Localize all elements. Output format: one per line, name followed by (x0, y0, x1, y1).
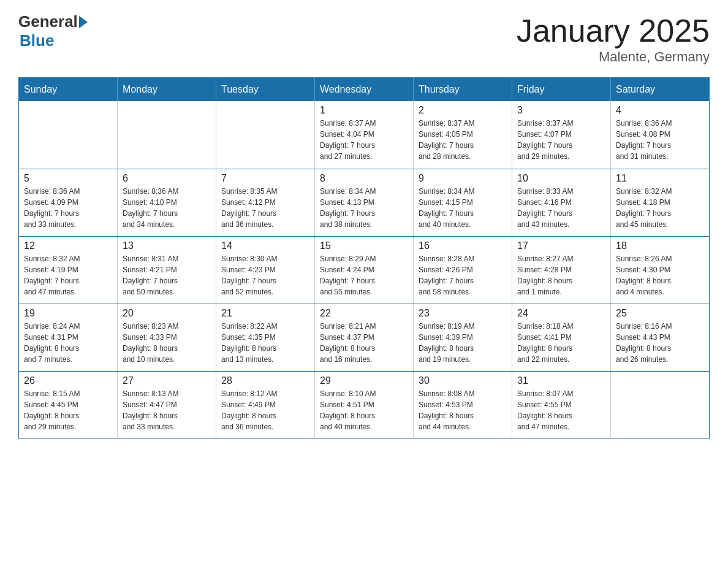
day-info: Sunrise: 8:23 AM Sunset: 4:33 PM Dayligh… (123, 321, 211, 365)
day-number: 18 (616, 240, 704, 251)
day-info: Sunrise: 8:33 AM Sunset: 4:16 PM Dayligh… (517, 186, 605, 230)
calendar-cell: 8Sunrise: 8:34 AM Sunset: 4:13 PM Daylig… (315, 169, 414, 236)
calendar-cell: 20Sunrise: 8:23 AM Sunset: 4:33 PM Dayli… (118, 304, 216, 371)
day-info: Sunrise: 8:24 AM Sunset: 4:31 PM Dayligh… (24, 321, 112, 365)
calendar-cell: 18Sunrise: 8:26 AM Sunset: 4:30 PM Dayli… (611, 236, 710, 304)
weekday-header-row: SundayMondayTuesdayWednesdayThursdayFrid… (19, 78, 710, 102)
logo-blue-text: Blue (20, 31, 54, 50)
day-info: Sunrise: 8:16 AM Sunset: 4:43 PM Dayligh… (616, 321, 704, 365)
day-info: Sunrise: 8:28 AM Sunset: 4:26 PM Dayligh… (419, 253, 507, 297)
day-number: 8 (320, 173, 408, 184)
calendar-cell: 15Sunrise: 8:29 AM Sunset: 4:24 PM Dayli… (315, 236, 414, 304)
day-number: 23 (419, 308, 507, 319)
day-info: Sunrise: 8:36 AM Sunset: 4:10 PM Dayligh… (123, 186, 211, 230)
day-info: Sunrise: 8:36 AM Sunset: 4:08 PM Dayligh… (616, 118, 704, 162)
day-number: 9 (419, 173, 507, 184)
day-number: 28 (221, 375, 309, 386)
day-info: Sunrise: 8:27 AM Sunset: 4:28 PM Dayligh… (517, 253, 605, 297)
calendar-cell: 5Sunrise: 8:36 AM Sunset: 4:09 PM Daylig… (19, 169, 118, 236)
day-info: Sunrise: 8:37 AM Sunset: 4:04 PM Dayligh… (320, 118, 408, 162)
logo: General Blue (18, 12, 88, 50)
calendar-cell: 14Sunrise: 8:30 AM Sunset: 4:23 PM Dayli… (216, 236, 315, 304)
day-number: 1 (320, 105, 408, 116)
day-info: Sunrise: 8:29 AM Sunset: 4:24 PM Dayligh… (320, 253, 408, 297)
day-info: Sunrise: 8:34 AM Sunset: 4:13 PM Dayligh… (320, 186, 408, 230)
weekday-header-friday: Friday (512, 78, 611, 102)
day-number: 29 (320, 375, 408, 386)
calendar-table: SundayMondayTuesdayWednesdayThursdayFrid… (18, 77, 710, 439)
calendar-cell: 30Sunrise: 8:08 AM Sunset: 4:53 PM Dayli… (414, 371, 512, 439)
day-number: 14 (221, 240, 309, 251)
week-row-2: 5Sunrise: 8:36 AM Sunset: 4:09 PM Daylig… (19, 169, 710, 236)
day-number: 21 (221, 308, 309, 319)
day-number: 17 (517, 240, 605, 251)
calendar-cell: 31Sunrise: 8:07 AM Sunset: 4:55 PM Dayli… (512, 371, 611, 439)
calendar-cell (19, 101, 118, 169)
day-info: Sunrise: 8:10 AM Sunset: 4:51 PM Dayligh… (320, 388, 408, 432)
day-info: Sunrise: 8:36 AM Sunset: 4:09 PM Dayligh… (24, 186, 112, 230)
calendar-subtitle: Malente, Germany (517, 49, 710, 65)
day-info: Sunrise: 8:35 AM Sunset: 4:12 PM Dayligh… (221, 186, 309, 230)
day-number: 3 (517, 105, 605, 116)
logo-arrow-icon (79, 16, 88, 28)
calendar-cell: 26Sunrise: 8:15 AM Sunset: 4:45 PM Dayli… (19, 371, 118, 439)
day-number: 16 (419, 240, 507, 251)
day-info: Sunrise: 8:37 AM Sunset: 4:07 PM Dayligh… (517, 118, 605, 162)
day-number: 20 (123, 308, 211, 319)
week-row-1: 1Sunrise: 8:37 AM Sunset: 4:04 PM Daylig… (19, 101, 710, 169)
day-number: 2 (419, 105, 507, 116)
day-info: Sunrise: 8:21 AM Sunset: 4:37 PM Dayligh… (320, 321, 408, 365)
day-info: Sunrise: 8:30 AM Sunset: 4:23 PM Dayligh… (221, 253, 309, 297)
day-info: Sunrise: 8:34 AM Sunset: 4:15 PM Dayligh… (419, 186, 507, 230)
calendar-cell (216, 101, 315, 169)
day-number: 19 (24, 308, 112, 319)
calendar-cell: 24Sunrise: 8:18 AM Sunset: 4:41 PM Dayli… (512, 304, 611, 371)
day-number: 30 (419, 375, 507, 386)
day-number: 12 (24, 240, 112, 251)
calendar-cell: 2Sunrise: 8:37 AM Sunset: 4:05 PM Daylig… (414, 101, 512, 169)
header: General Blue January 2025 Malente, Germa… (18, 12, 710, 65)
day-info: Sunrise: 8:13 AM Sunset: 4:47 PM Dayligh… (123, 388, 211, 432)
day-number: 4 (616, 105, 704, 116)
day-info: Sunrise: 8:31 AM Sunset: 4:21 PM Dayligh… (123, 253, 211, 297)
day-number: 25 (616, 308, 704, 319)
day-info: Sunrise: 8:12 AM Sunset: 4:49 PM Dayligh… (221, 388, 309, 432)
day-info: Sunrise: 8:07 AM Sunset: 4:55 PM Dayligh… (517, 388, 605, 432)
calendar-cell: 19Sunrise: 8:24 AM Sunset: 4:31 PM Dayli… (19, 304, 118, 371)
calendar-cell (611, 371, 710, 439)
day-info: Sunrise: 8:08 AM Sunset: 4:53 PM Dayligh… (419, 388, 507, 432)
calendar-cell: 28Sunrise: 8:12 AM Sunset: 4:49 PM Dayli… (216, 371, 315, 439)
day-number: 5 (24, 173, 112, 184)
calendar-cell: 10Sunrise: 8:33 AM Sunset: 4:16 PM Dayli… (512, 169, 611, 236)
day-number: 26 (24, 375, 112, 386)
day-info: Sunrise: 8:32 AM Sunset: 4:18 PM Dayligh… (616, 186, 704, 230)
weekday-header-saturday: Saturday (611, 78, 710, 102)
day-info: Sunrise: 8:15 AM Sunset: 4:45 PM Dayligh… (24, 388, 112, 432)
calendar-cell: 16Sunrise: 8:28 AM Sunset: 4:26 PM Dayli… (414, 236, 512, 304)
calendar-cell: 12Sunrise: 8:32 AM Sunset: 4:19 PM Dayli… (19, 236, 118, 304)
week-row-5: 26Sunrise: 8:15 AM Sunset: 4:45 PM Dayli… (19, 371, 710, 439)
calendar-cell: 13Sunrise: 8:31 AM Sunset: 4:21 PM Dayli… (118, 236, 216, 304)
logo-general-text: General (18, 12, 78, 31)
calendar-cell: 11Sunrise: 8:32 AM Sunset: 4:18 PM Dayli… (611, 169, 710, 236)
calendar-cell: 23Sunrise: 8:19 AM Sunset: 4:39 PM Dayli… (414, 304, 512, 371)
day-number: 7 (221, 173, 309, 184)
day-number: 27 (123, 375, 211, 386)
calendar-cell: 6Sunrise: 8:36 AM Sunset: 4:10 PM Daylig… (118, 169, 216, 236)
weekday-header-monday: Monday (118, 78, 216, 102)
day-info: Sunrise: 8:37 AM Sunset: 4:05 PM Dayligh… (419, 118, 507, 162)
day-number: 10 (517, 173, 605, 184)
calendar-cell: 9Sunrise: 8:34 AM Sunset: 4:15 PM Daylig… (414, 169, 512, 236)
calendar-cell: 29Sunrise: 8:10 AM Sunset: 4:51 PM Dayli… (315, 371, 414, 439)
calendar-cell: 4Sunrise: 8:36 AM Sunset: 4:08 PM Daylig… (611, 101, 710, 169)
weekday-header-sunday: Sunday (19, 78, 118, 102)
calendar-title: January 2025 (517, 12, 710, 49)
day-number: 15 (320, 240, 408, 251)
calendar-cell: 7Sunrise: 8:35 AM Sunset: 4:12 PM Daylig… (216, 169, 315, 236)
day-info: Sunrise: 8:18 AM Sunset: 4:41 PM Dayligh… (517, 321, 605, 365)
calendar-cell: 22Sunrise: 8:21 AM Sunset: 4:37 PM Dayli… (315, 304, 414, 371)
calendar-cell: 25Sunrise: 8:16 AM Sunset: 4:43 PM Dayli… (611, 304, 710, 371)
weekday-header-wednesday: Wednesday (315, 78, 414, 102)
day-info: Sunrise: 8:22 AM Sunset: 4:35 PM Dayligh… (221, 321, 309, 365)
calendar-cell: 17Sunrise: 8:27 AM Sunset: 4:28 PM Dayli… (512, 236, 611, 304)
